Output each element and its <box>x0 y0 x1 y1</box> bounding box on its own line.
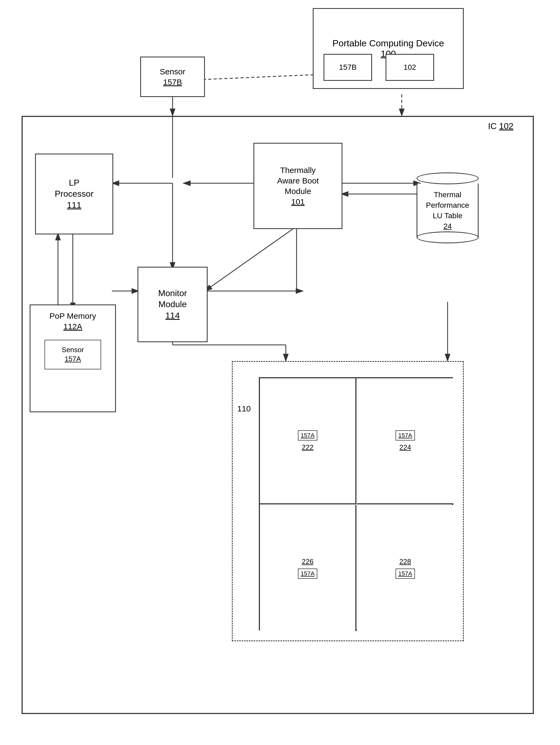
thermal-perf-ref: 24 <box>443 222 452 230</box>
core-cell-3: 226 157A <box>260 505 356 631</box>
ref-226: 226 <box>302 557 313 565</box>
ref-228: 228 <box>399 557 411 565</box>
lp-processor-ref: 111 <box>67 200 81 210</box>
ic-text: IC <box>488 121 499 131</box>
thermally-aware-label: ThermallyAware BootModule <box>277 166 319 196</box>
svg-line-2 <box>203 74 329 79</box>
thermal-perf-cylinder: ThermalPerformanceLU Table 24 <box>416 172 478 237</box>
box-102-inside-label: 102 <box>404 63 416 72</box>
core-cell-1: 157A 222 <box>260 378 356 505</box>
thermally-aware-ref: 101 <box>291 197 305 206</box>
pcd-label: Portable Computing Device <box>333 38 444 48</box>
lp-processor-box: LPProcessor 111 <box>35 154 113 234</box>
sensor-157a-pop-box: Sensor 157A <box>44 340 101 369</box>
box-157b-inside-label: 157B <box>339 63 356 72</box>
sensor-157a-c3: 157A <box>298 569 317 579</box>
thermal-perf-label: ThermalPerformanceLU Table <box>426 191 469 220</box>
sensor-157a-c2: 157A <box>396 430 415 441</box>
pop-memory-box: PoP Memory 112A Sensor 157A <box>30 304 116 412</box>
core-cell-4: 228 157A <box>357 505 454 631</box>
sensor-157a-c1: 157A <box>298 430 317 441</box>
ic-ref: 102 <box>499 121 514 131</box>
monitor-module-label: MonitorModule <box>158 288 187 309</box>
ref-224: 224 <box>399 443 411 451</box>
box-102-inside-pcd: 102 <box>385 54 434 81</box>
group-110-ref: 110 <box>237 404 251 413</box>
core-inner-grid: 157A 222 157A 224 226 157A 228 157A <box>259 377 453 630</box>
monitor-module-ref: 114 <box>165 311 180 320</box>
box-157b-inside-pcd: 157B <box>323 54 372 81</box>
sensor-157b-outside: Sensor 157B <box>140 57 205 97</box>
thermally-aware-boot-box: ThermallyAware BootModule 101 <box>253 143 342 229</box>
lp-processor-label: LPProcessor <box>55 178 94 199</box>
ref-222: 222 <box>302 443 313 451</box>
sensor-157a-c4: 157A <box>396 569 415 579</box>
sensor-157b-outside-label: Sensor <box>160 67 185 76</box>
sensor-157a-pop-ref: 157A <box>65 355 81 363</box>
diagram-container: Portable Computing Device 100 157B 102 S… <box>0 0 560 745</box>
pop-memory-label: PoP Memory <box>50 312 96 320</box>
ic-label: IC 102 <box>488 121 514 131</box>
sensor-157b-outside-ref: 157B <box>163 77 182 87</box>
group-110-label: 110 <box>237 404 251 413</box>
monitor-module-box: MonitorModule 114 <box>137 267 208 342</box>
sensor-157a-pop-label: Sensor <box>62 346 84 354</box>
pop-memory-ref: 112A <box>63 322 82 331</box>
core-cell-2: 157A 224 <box>357 378 454 505</box>
